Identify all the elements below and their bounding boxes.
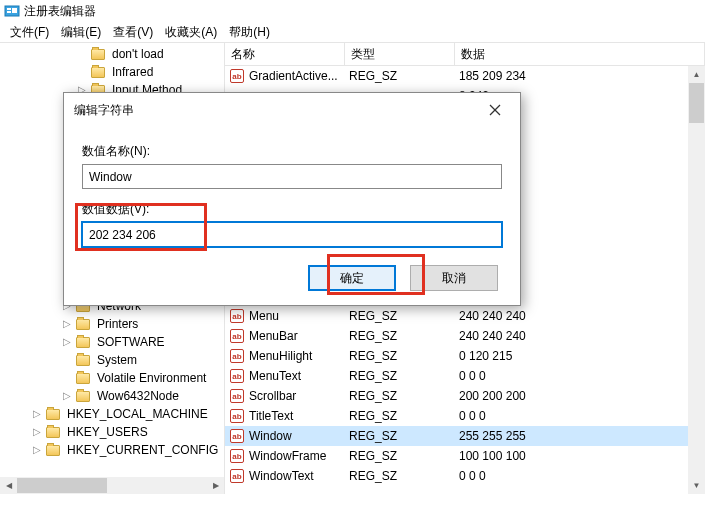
- tree-item-label: HKEY_USERS: [64, 424, 151, 440]
- tree-item[interactable]: don't load: [0, 45, 224, 63]
- value-data-field[interactable]: [82, 222, 502, 247]
- cell-name: TitleText: [249, 409, 293, 423]
- cell-data: 0 0 0: [455, 369, 705, 383]
- value-name-label: 数值名称(N):: [82, 143, 502, 160]
- cell-name: MenuBar: [249, 329, 298, 343]
- cell-name: MenuHilight: [249, 349, 312, 363]
- scroll-down-icon[interactable]: ▼: [688, 477, 705, 494]
- tree-hscroll[interactable]: ◀ ▶: [0, 477, 224, 494]
- close-icon[interactable]: [480, 99, 510, 121]
- col-name-header[interactable]: 名称: [225, 43, 345, 65]
- dialog-title-text: 编辑字符串: [74, 102, 134, 119]
- cell-data: 255 255 255: [455, 429, 705, 443]
- tree-item-label: Infrared: [109, 64, 156, 80]
- svg-rect-3: [12, 8, 17, 13]
- table-row[interactable]: abWindowREG_SZ255 255 255: [225, 426, 705, 446]
- cell-data: 0 0 0: [455, 409, 705, 423]
- table-row[interactable]: abScrollbarREG_SZ200 200 200: [225, 386, 705, 406]
- cell-name: WindowFrame: [249, 449, 326, 463]
- chevron-right-icon[interactable]: [29, 406, 45, 422]
- string-value-icon: ab: [229, 408, 245, 424]
- menu-edit[interactable]: 编辑(E): [55, 22, 107, 43]
- chevron-right-icon[interactable]: [59, 334, 75, 350]
- tree-item[interactable]: System: [0, 351, 224, 369]
- folder-icon: [45, 424, 61, 440]
- cell-data: 100 100 100: [455, 449, 705, 463]
- cell-data: 240 240 240: [455, 329, 705, 343]
- scroll-right-icon[interactable]: ▶: [207, 477, 224, 494]
- tree-item[interactable]: HKEY_CURRENT_CONFIG: [0, 441, 224, 459]
- table-row[interactable]: abMenuBarREG_SZ240 240 240: [225, 326, 705, 346]
- cell-name: Window: [249, 429, 292, 443]
- cell-data: 240 240 240: [455, 309, 705, 323]
- chevron-right-icon: [59, 370, 75, 386]
- tree-item[interactable]: HKEY_LOCAL_MACHINE: [0, 405, 224, 423]
- folder-icon: [75, 334, 91, 350]
- col-data-header[interactable]: 数据: [455, 43, 705, 65]
- tree-item[interactable]: Wow6432Node: [0, 387, 224, 405]
- cell-name: Menu: [249, 309, 279, 323]
- folder-icon: [90, 64, 106, 80]
- tree-item-label: HKEY_LOCAL_MACHINE: [64, 406, 211, 422]
- string-value-icon: ab: [229, 348, 245, 364]
- table-row[interactable]: abWindowFrameREG_SZ100 100 100: [225, 446, 705, 466]
- table-row[interactable]: abMenuREG_SZ240 240 240: [225, 306, 705, 326]
- menu-view[interactable]: 查看(V): [107, 22, 159, 43]
- edit-string-dialog: 编辑字符串 数值名称(N): 数值数据(V): 确定 取消: [63, 92, 521, 306]
- folder-icon: [45, 406, 61, 422]
- menu-file[interactable]: 文件(F): [4, 22, 55, 43]
- list-vscroll[interactable]: ▲ ▼: [688, 66, 705, 494]
- cell-type: REG_SZ: [345, 389, 455, 403]
- folder-icon: [90, 46, 106, 62]
- table-row[interactable]: abWindowTextREG_SZ0 0 0: [225, 466, 705, 486]
- list-vscroll-thumb[interactable]: [689, 83, 704, 123]
- scroll-left-icon[interactable]: ◀: [0, 477, 17, 494]
- cell-type: REG_SZ: [345, 429, 455, 443]
- tree-hscroll-thumb[interactable]: [17, 478, 107, 493]
- cell-type: REG_SZ: [345, 349, 455, 363]
- folder-icon: [75, 316, 91, 332]
- tree-item[interactable]: Printers: [0, 315, 224, 333]
- table-row[interactable]: abTitleTextREG_SZ0 0 0: [225, 406, 705, 426]
- menu-favorites[interactable]: 收藏夹(A): [159, 22, 223, 43]
- chevron-right-icon: [74, 46, 90, 62]
- string-value-icon: ab: [229, 388, 245, 404]
- tree-item-label: System: [94, 352, 140, 368]
- tree-item[interactable]: Infrared: [0, 63, 224, 81]
- chevron-right-icon[interactable]: [29, 424, 45, 440]
- regedit-icon: [4, 3, 20, 19]
- string-value-icon: ab: [229, 428, 245, 444]
- chevron-right-icon[interactable]: [29, 442, 45, 458]
- cell-name: MenuText: [249, 369, 301, 383]
- string-value-icon: ab: [229, 468, 245, 484]
- tree-item-label: Volatile Environment: [94, 370, 209, 386]
- cell-data: 0 0 0: [455, 469, 705, 483]
- scroll-up-icon[interactable]: ▲: [688, 66, 705, 83]
- svg-rect-2: [7, 11, 11, 13]
- string-value-icon: ab: [229, 308, 245, 324]
- dialog-titlebar[interactable]: 编辑字符串: [64, 93, 520, 127]
- tree-item-label: don't load: [109, 46, 167, 62]
- ok-button[interactable]: 确定: [308, 265, 396, 291]
- tree-item-label: Printers: [94, 316, 141, 332]
- cancel-button[interactable]: 取消: [410, 265, 498, 291]
- tree-item[interactable]: SOFTWARE: [0, 333, 224, 351]
- table-row[interactable]: abMenuTextREG_SZ0 0 0: [225, 366, 705, 386]
- tree-item[interactable]: HKEY_USERS: [0, 423, 224, 441]
- table-row[interactable]: abGradientActive...REG_SZ185 209 234: [225, 66, 705, 86]
- cell-type: REG_SZ: [345, 369, 455, 383]
- chevron-right-icon[interactable]: [59, 316, 75, 332]
- table-row[interactable]: abMenuHilightREG_SZ0 120 215: [225, 346, 705, 366]
- cell-name: GradientActive...: [249, 69, 338, 83]
- menu-help[interactable]: 帮助(H): [223, 22, 276, 43]
- cell-name: Scrollbar: [249, 389, 296, 403]
- window-title: 注册表编辑器: [24, 3, 96, 20]
- value-name-field[interactable]: [82, 164, 502, 189]
- cell-type: REG_SZ: [345, 409, 455, 423]
- chevron-right-icon[interactable]: [59, 388, 75, 404]
- cell-type: REG_SZ: [345, 309, 455, 323]
- col-type-header[interactable]: 类型: [345, 43, 455, 65]
- svg-rect-1: [7, 8, 11, 10]
- tree-item-label: HKEY_CURRENT_CONFIG: [64, 442, 221, 458]
- tree-item[interactable]: Volatile Environment: [0, 369, 224, 387]
